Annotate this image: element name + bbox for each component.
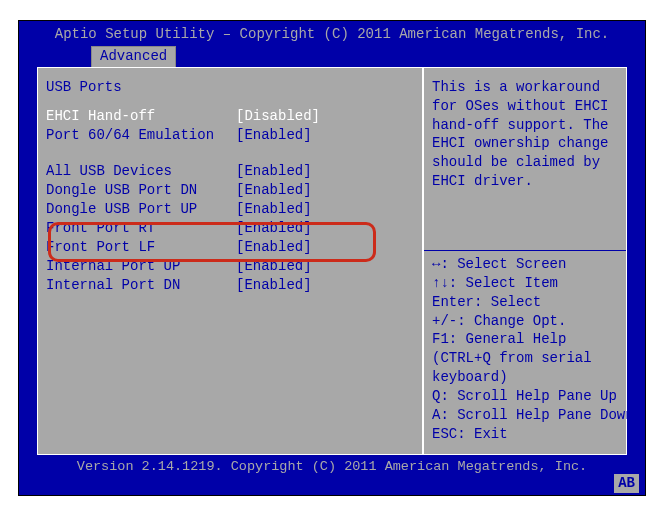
key-hint: (CTRL+Q from serial: [432, 349, 618, 368]
setting-value[interactable]: [Enabled]: [236, 162, 312, 181]
settings-pane: USB Ports EHCI Hand-off[Disabled]Port 60…: [37, 67, 423, 455]
setting-label: Internal Port UP: [46, 257, 236, 276]
setting-row[interactable]: Internal Port UP[Enabled]: [46, 257, 414, 276]
setting-row[interactable]: Dongle USB Port DN[Enabled]: [46, 181, 414, 200]
setting-label: Front Port LF: [46, 238, 236, 257]
key-hint: keyboard): [432, 368, 618, 387]
key-hint: Enter: Select: [432, 293, 618, 312]
key-hint: ↑↓: Select Item: [432, 274, 618, 293]
setting-value[interactable]: [Enabled]: [236, 257, 312, 276]
badge-ab: AB: [614, 474, 639, 493]
help-text: This is a workaround for OSes without EH…: [432, 78, 618, 191]
setting-value[interactable]: [Enabled]: [236, 219, 312, 238]
setting-row[interactable]: Internal Port DN[Enabled]: [46, 276, 414, 295]
setting-value[interactable]: [Enabled]: [236, 181, 312, 200]
setting-label: Internal Port DN: [46, 276, 236, 295]
key-hint: ↔: Select Screen: [432, 255, 618, 274]
bios-screen: Aptio Setup Utility – Copyright (C) 2011…: [18, 20, 646, 496]
setting-value[interactable]: [Enabled]: [236, 276, 312, 295]
divider: [424, 250, 626, 251]
setting-label: All USB Devices: [46, 162, 236, 181]
setting-label: Port 60/64 Emulation: [46, 126, 236, 145]
setting-label: Front Port RT: [46, 219, 236, 238]
page-title: Aptio Setup Utility – Copyright (C) 2011…: [19, 21, 645, 46]
key-hint: F1: General Help: [432, 330, 618, 349]
key-hint: A: Scroll Help Pane Down: [432, 406, 618, 425]
setting-label: Dongle USB Port UP: [46, 200, 236, 219]
setting-row[interactable]: EHCI Hand-off[Disabled]: [46, 107, 414, 126]
setting-row[interactable]: Front Port LF[Enabled]: [46, 238, 414, 257]
setting-value[interactable]: [Enabled]: [236, 238, 312, 257]
blank-row: [46, 144, 414, 162]
key-hint: Q: Scroll Help Pane Up: [432, 387, 618, 406]
setting-row[interactable]: Front Port RT[Enabled]: [46, 219, 414, 238]
setting-value[interactable]: [Enabled]: [236, 200, 312, 219]
section-title: USB Ports: [46, 78, 414, 97]
setting-label: Dongle USB Port DN: [46, 181, 236, 200]
key-hint: +/-: Change Opt.: [432, 312, 618, 331]
tab-bar: Advanced: [19, 46, 645, 67]
footer-version: Version 2.14.1219. Copyright (C) 2011 Am…: [19, 455, 645, 476]
panels: USB Ports EHCI Hand-off[Disabled]Port 60…: [37, 67, 627, 455]
tab-advanced[interactable]: Advanced: [91, 46, 176, 67]
setting-label: EHCI Hand-off: [46, 107, 236, 126]
key-hint: ESC: Exit: [432, 425, 618, 444]
setting-row[interactable]: All USB Devices[Enabled]: [46, 162, 414, 181]
help-pane: This is a workaround for OSes without EH…: [423, 67, 627, 455]
setting-row[interactable]: Dongle USB Port UP[Enabled]: [46, 200, 414, 219]
setting-row[interactable]: Port 60/64 Emulation[Enabled]: [46, 126, 414, 145]
setting-value[interactable]: [Enabled]: [236, 126, 312, 145]
setting-value[interactable]: [Disabled]: [236, 107, 320, 126]
